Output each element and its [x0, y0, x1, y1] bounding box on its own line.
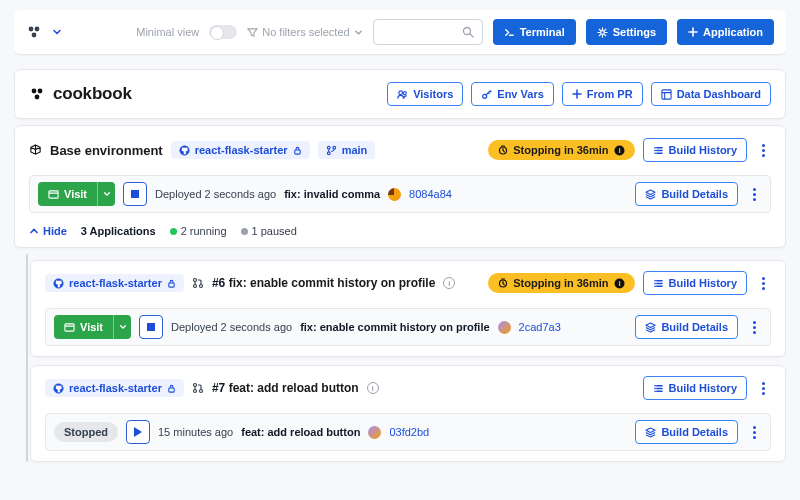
- app-menu-button[interactable]: [755, 277, 771, 290]
- stopping-text: Stopping in 36min: [513, 144, 608, 156]
- svg-point-0: [29, 27, 34, 32]
- env-menu-button[interactable]: [755, 144, 771, 157]
- build-history-label: Build History: [669, 277, 737, 289]
- plus-icon: [688, 27, 698, 37]
- svg-point-33: [193, 390, 196, 393]
- build-details-button[interactable]: Build Details: [635, 315, 738, 339]
- stop-button[interactable]: [123, 182, 147, 206]
- svg-point-9: [403, 91, 406, 94]
- github-icon: [179, 145, 190, 156]
- filters-dropdown[interactable]: No filters selected: [247, 26, 362, 38]
- commit-hash[interactable]: 03fd2bd: [389, 426, 429, 438]
- env-summary-row: Hide 3 Applications 2 running 1 paused: [29, 225, 771, 237]
- stop-button[interactable]: [139, 315, 163, 339]
- svg-rect-31: [169, 388, 174, 392]
- repo-chip[interactable]: react-flask-starter: [45, 274, 184, 292]
- from-pr-label: From PR: [587, 88, 633, 100]
- terminal-icon: [504, 27, 515, 38]
- timer-icon: [498, 145, 508, 155]
- hide-toggle[interactable]: Hide: [29, 225, 67, 237]
- app-header-row: react-flask-starter #6 fix: enable commi…: [45, 271, 771, 295]
- chevron-up-icon: [29, 226, 39, 236]
- deploy-menu-button[interactable]: [746, 321, 762, 334]
- lock-icon: [167, 279, 176, 288]
- filter-icon: [247, 27, 258, 38]
- running-count: 2 running: [170, 225, 227, 237]
- env-vars-button[interactable]: Env Vars: [471, 82, 553, 106]
- settings-button[interactable]: Settings: [586, 19, 667, 45]
- build-details-button[interactable]: Build Details: [635, 182, 738, 206]
- author-avatar: [368, 426, 381, 439]
- repo-name: react-flask-starter: [69, 382, 162, 394]
- visit-button[interactable]: Visit: [54, 315, 131, 339]
- terminal-button[interactable]: Terminal: [493, 19, 576, 45]
- build-history-button[interactable]: Build History: [643, 138, 747, 162]
- browser-icon: [64, 322, 75, 333]
- topbar: Minimal view No filters selected Termina…: [14, 10, 786, 55]
- deploy-menu-button[interactable]: [746, 426, 762, 439]
- project-title: cookbook: [53, 84, 132, 104]
- hide-label: Hide: [43, 225, 67, 237]
- info-icon[interactable]: i: [367, 382, 379, 394]
- commit-hash[interactable]: 8084a84: [409, 188, 452, 200]
- repo-chip[interactable]: react-flask-starter: [171, 141, 310, 159]
- pr-number: #7: [212, 381, 225, 395]
- visit-caret[interactable]: [97, 182, 115, 206]
- data-dashboard-button[interactable]: Data Dashboard: [651, 82, 771, 106]
- base-environment-card: Base environment react-flask-starter mai…: [14, 125, 786, 248]
- env-title: Base environment: [50, 143, 163, 158]
- key-icon: [481, 89, 492, 100]
- repo-chip[interactable]: react-flask-starter: [45, 379, 184, 397]
- svg-point-2: [32, 33, 37, 38]
- paused-count: 1 paused: [241, 225, 297, 237]
- app-deployment-row: Stopped 15 minutes ago feat: add reload …: [45, 413, 771, 451]
- timer-icon: [498, 278, 508, 288]
- application-label: Application: [703, 26, 763, 38]
- commit-message: feat: add reload button: [241, 426, 360, 438]
- search-input[interactable]: [373, 19, 483, 45]
- search-icon: [462, 26, 474, 38]
- play-button[interactable]: [126, 420, 150, 444]
- visitors-button[interactable]: Visitors: [387, 82, 463, 106]
- chevron-down-icon: [354, 28, 363, 37]
- visit-button[interactable]: Visit: [38, 182, 115, 206]
- visit-caret[interactable]: [113, 315, 131, 339]
- new-application-button[interactable]: Application: [677, 19, 774, 45]
- svg-point-32: [193, 384, 196, 387]
- browser-icon: [48, 189, 59, 200]
- app-deployment-row: Visit Deployed 2 seconds ago fix: enable…: [45, 308, 771, 346]
- deployed-time: Deployed 2 seconds ago: [155, 188, 276, 200]
- minimal-view-toggle[interactable]: [209, 25, 237, 39]
- deploy-menu-button[interactable]: [746, 188, 762, 201]
- deployed-time: 15 minutes ago: [158, 426, 233, 438]
- build-history-label: Build History: [669, 144, 737, 156]
- branch-chip[interactable]: main: [318, 141, 376, 159]
- env-header-row: Base environment react-flask-starter mai…: [29, 138, 771, 162]
- pr-title: fix: enable commit history on profile: [229, 276, 436, 290]
- github-icon: [53, 383, 64, 394]
- commit-hash[interactable]: 2cad7a3: [519, 321, 561, 333]
- info-icon[interactable]: i: [443, 277, 455, 289]
- env-deployment-row: Visit Deployed 2 seconds ago fix: invali…: [29, 175, 771, 213]
- app-menu-button[interactable]: [755, 382, 771, 395]
- applications-tree: react-flask-starter #6 fix: enable commi…: [30, 260, 786, 462]
- apps-count: 3 Applications: [81, 225, 156, 237]
- commit-message: fix: invalid comma: [284, 188, 380, 200]
- project-switcher-caret-icon[interactable]: [52, 27, 62, 37]
- deployed-time: Deployed 2 seconds ago: [171, 321, 292, 333]
- svg-point-34: [199, 390, 202, 393]
- app-header-row: react-flask-starter #7 feat: add reload …: [45, 376, 771, 400]
- stopping-badge: Stopping in 36min i: [488, 140, 634, 160]
- build-history-button[interactable]: Build History: [643, 376, 747, 400]
- lock-icon: [167, 384, 176, 393]
- svg-point-6: [38, 89, 43, 94]
- build-details-button[interactable]: Build Details: [635, 420, 738, 444]
- branch-name: main: [342, 144, 368, 156]
- build-history-button[interactable]: Build History: [643, 271, 747, 295]
- lock-icon: [293, 146, 302, 155]
- from-pr-button[interactable]: From PR: [562, 82, 643, 106]
- application-card: react-flask-starter #7 feat: add reload …: [30, 365, 786, 462]
- pr-number: #6: [212, 276, 225, 290]
- visit-label: Visit: [80, 321, 103, 333]
- layers-icon: [645, 322, 656, 333]
